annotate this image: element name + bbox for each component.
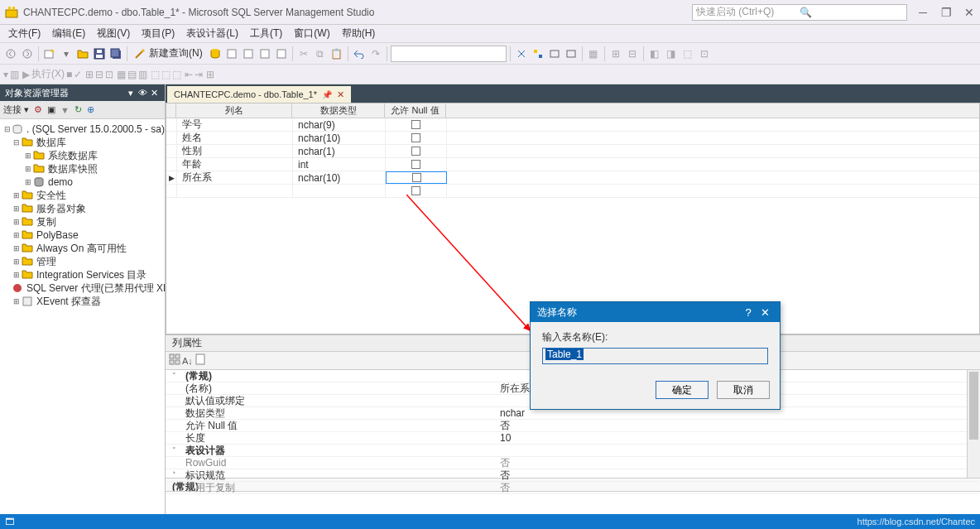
ok-button[interactable]: 确定 (656, 381, 709, 399)
alphabetical-icon[interactable]: A↓ (182, 356, 193, 366)
checkbox[interactable] (411, 186, 420, 195)
dialog-help-icon[interactable]: ? (740, 306, 757, 319)
table-row[interactable]: 姓名nchar(10) (166, 132, 979, 145)
expand-icon[interactable]: ⊟ (12, 138, 22, 147)
menu-edit[interactable]: 编辑(E) (47, 25, 90, 42)
expand-icon[interactable]: ⊞ (12, 204, 22, 213)
dialog-close-icon[interactable]: ✕ (757, 306, 773, 319)
tab-table-designer[interactable]: CHANTECPC.demo - dbo.Table_1* 📌 ✕ (167, 86, 351, 103)
quick-launch-input[interactable]: 快速启动 (Ctrl+Q) 🔍 (692, 4, 907, 21)
new-project-icon[interactable] (42, 46, 57, 61)
expand-icon[interactable]: ⊞ (23, 165, 33, 173)
tree-demo[interactable]: demo (48, 176, 73, 188)
tb2-2[interactable]: ▥ (10, 69, 19, 80)
nav-fwd-icon[interactable] (20, 46, 35, 61)
menu-tools[interactable]: 工具(T) (245, 25, 287, 42)
panel-close-icon[interactable]: ✕ (148, 88, 160, 99)
expand-icon[interactable]: ⊞ (12, 271, 22, 279)
explorer-tool-1[interactable]: ⚙ (34, 104, 42, 115)
table-row[interactable]: 学号nchar(9) (166, 118, 979, 132)
tool-icon-5[interactable]: ▦ (586, 46, 601, 61)
tb2-8[interactable]: ⊡ (105, 69, 113, 80)
tb2-9[interactable]: ▦ (117, 69, 126, 80)
execute-icon[interactable]: ▶ (22, 69, 30, 80)
table-designer-grid[interactable]: 列名 数据类型 允许 Null 值 学号nchar(9) 姓名nchar(10)… (166, 103, 980, 334)
expand-icon[interactable]: ⊞ (12, 297, 22, 305)
cut-icon[interactable]: ✂ (296, 46, 311, 61)
categorized-icon[interactable] (169, 353, 180, 368)
tb2-15[interactable]: ⇤ (185, 69, 193, 80)
tool-icon-10[interactable]: ⬚ (680, 46, 695, 61)
tb2-17[interactable]: ⊞ (206, 69, 214, 80)
tool-icon-4[interactable] (564, 46, 579, 61)
undo-icon[interactable] (352, 46, 367, 61)
expand-icon[interactable]: ⊞ (12, 231, 22, 239)
expand-icon[interactable]: ⊞ (12, 218, 22, 226)
restore-button[interactable]: ❐ (940, 7, 952, 18)
menu-view[interactable]: 视图(V) (92, 25, 135, 42)
tool-icon-8[interactable]: ◧ (647, 46, 662, 61)
tool-icon-6[interactable]: ⊞ (608, 46, 623, 61)
panel-pin-icon[interactable]: 👁 (137, 88, 148, 98)
cancel-button[interactable]: 取消 (717, 381, 770, 399)
nav-back-icon[interactable] (3, 46, 18, 61)
folder-icon[interactable] (75, 46, 90, 61)
table-row[interactable]: 性别nchar(1) (166, 145, 979, 158)
solution-combo[interactable] (391, 46, 507, 62)
mdx-icon[interactable] (257, 46, 272, 61)
checkbox[interactable] (411, 160, 420, 169)
parse-icon[interactable]: ✓ (74, 69, 82, 80)
expand-icon[interactable]: ˃ (166, 471, 182, 479)
tb2-10[interactable]: ▤ (127, 69, 137, 80)
minimize-button[interactable]: ─ (917, 7, 929, 18)
dmx-icon[interactable] (274, 46, 289, 61)
menu-file[interactable]: 文件(F) (3, 25, 46, 42)
tree-xevent[interactable]: XEvent 探查器 (36, 295, 101, 309)
expand-icon[interactable]: ⊟ (3, 125, 12, 133)
tree-replication[interactable]: 复制 (36, 215, 56, 229)
tb2-6[interactable]: ⊞ (85, 69, 94, 80)
expand-icon[interactable]: ⊞ (23, 178, 33, 186)
tb2-14[interactable]: ⬚ (172, 69, 181, 80)
collapse-icon[interactable]: ˅ (166, 372, 182, 380)
new-query-button[interactable]: 新建查询(N) (131, 46, 206, 60)
tree-root[interactable]: . (SQL Server 15.0.2000.5 - sa) (26, 123, 165, 135)
save-all-icon[interactable] (108, 46, 123, 61)
tree-sysdb[interactable]: 系统数据库 (48, 149, 98, 163)
expand-icon[interactable]: ⊞ (12, 244, 22, 252)
menu-window[interactable]: 窗口(W) (289, 25, 334, 42)
debug-icon[interactable]: ■ (66, 69, 72, 80)
tree-integration[interactable]: Integration Services 目录 (36, 268, 147, 282)
tree-security[interactable]: 安全性 (36, 189, 66, 203)
tab-close-icon[interactable]: ✕ (337, 89, 344, 100)
scrollbar[interactable] (967, 370, 980, 478)
checkbox[interactable] (411, 133, 420, 142)
tree-alwayson[interactable]: Always On 高可用性 (36, 242, 127, 256)
expand-icon[interactable]: ⊞ (23, 151, 33, 160)
prop-value[interactable]: 否 (497, 419, 979, 433)
menu-table-designer[interactable]: 表设计器(L) (181, 25, 243, 42)
menu-project[interactable]: 项目(P) (137, 25, 180, 42)
tb2-16[interactable]: ⇥ (195, 69, 203, 80)
execute-button[interactable]: 执行(X) (31, 67, 65, 81)
tree-management[interactable]: 管理 (36, 255, 56, 269)
explorer-tool-5[interactable]: ⊕ (87, 104, 94, 115)
analysis-icon[interactable] (224, 46, 239, 61)
db-query-icon[interactable] (208, 46, 223, 61)
xmla-icon[interactable] (241, 46, 256, 61)
props-page-icon[interactable] (195, 353, 206, 368)
paste-icon[interactable]: 📋 (329, 46, 344, 61)
copy-icon[interactable]: ⧉ (313, 46, 328, 61)
panel-dropdown-icon[interactable]: ▾ (125, 88, 137, 99)
checkbox[interactable] (411, 147, 420, 156)
connect-button[interactable]: 连接 ▾ (3, 103, 29, 116)
explorer-tool-2[interactable]: ▣ (47, 104, 55, 115)
tree-databases[interactable]: 数据库 (36, 136, 66, 150)
table-row[interactable]: 年龄int (166, 158, 979, 171)
tb2-1[interactable]: ▾ (3, 69, 8, 80)
prop-value[interactable]: 10 (497, 432, 979, 444)
table-row[interactable]: ▶所在系nchar(10) (166, 171, 979, 185)
tree-serverobjects[interactable]: 服务器对象 (36, 202, 86, 216)
expand-icon[interactable]: ⊞ (12, 191, 22, 200)
expand-icon[interactable]: ⊞ (12, 257, 22, 266)
